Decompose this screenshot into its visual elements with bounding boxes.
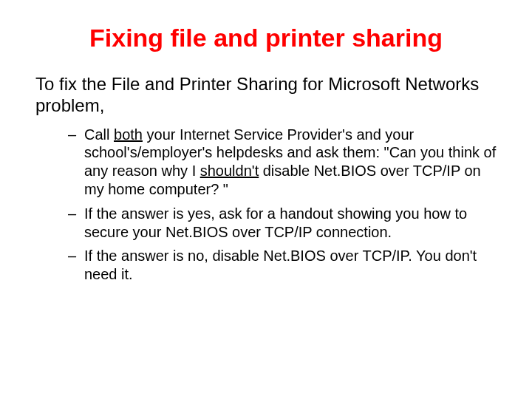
- intro-text: To fix the File and Printer Sharing for …: [35, 73, 497, 117]
- slide-title: Fixing file and printer sharing: [35, 24, 497, 52]
- slide: Fixing file and printer sharing To fix t…: [0, 0, 532, 399]
- underline-both: both: [114, 126, 143, 143]
- bullet-list: Call both your Internet Service Provider…: [68, 126, 497, 284]
- bullet-text: If the answer is no, disable Net.BIOS ov…: [84, 248, 477, 282]
- bullet-text-pre: Call: [84, 126, 114, 143]
- list-item: If the answer is no, disable Net.BIOS ov…: [68, 247, 497, 284]
- list-item: Call both your Internet Service Provider…: [68, 126, 497, 199]
- list-item: If the answer is yes, ask for a handout …: [68, 205, 497, 242]
- bullet-text: If the answer is yes, ask for a handout …: [84, 205, 467, 240]
- underline-shouldnt: shouldn't: [200, 163, 259, 179]
